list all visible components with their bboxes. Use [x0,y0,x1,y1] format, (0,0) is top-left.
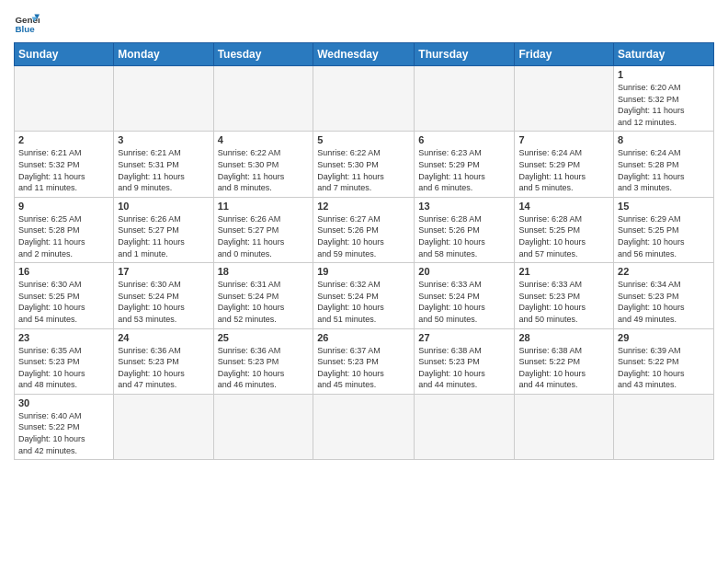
day-info: Sunrise: 6:36 AM Sunset: 5:23 PM Dayligh… [118,345,209,391]
day-number: 26 [317,332,410,343]
calendar-day-cell [114,394,213,459]
calendar-day-cell: 1Sunrise: 6:20 AM Sunset: 5:32 PM Daylig… [614,66,714,132]
calendar-day-cell [213,66,313,132]
day-number: 8 [618,134,710,145]
day-info: Sunrise: 6:28 AM Sunset: 5:25 PM Dayligh… [518,213,609,259]
day-number: 12 [317,201,410,212]
calendar-day-cell: 30Sunrise: 6:40 AM Sunset: 5:22 PM Dayli… [15,394,114,459]
day-info: Sunrise: 6:21 AM Sunset: 5:31 PM Dayligh… [118,147,209,193]
weekday-header-sunday: Sunday [15,43,114,66]
calendar-day-cell: 12Sunrise: 6:27 AM Sunset: 5:26 PM Dayli… [313,197,415,262]
day-info: Sunrise: 6:31 AM Sunset: 5:24 PM Dayligh… [218,279,310,325]
calendar-day-cell: 7Sunrise: 6:24 AM Sunset: 5:29 PM Daylig… [515,132,614,197]
calendar-day-cell [515,394,614,459]
day-info: Sunrise: 6:24 AM Sunset: 5:29 PM Dayligh… [518,147,609,193]
day-number: 19 [317,266,410,277]
day-number: 1 [618,69,710,80]
weekday-header-saturday: Saturday [614,43,714,66]
weekday-header-monday: Monday [114,43,213,66]
calendar-day-cell: 13Sunrise: 6:28 AM Sunset: 5:26 PM Dayli… [415,197,515,262]
calendar-day-cell [313,66,415,132]
day-info: Sunrise: 6:35 AM Sunset: 5:23 PM Dayligh… [18,345,109,391]
calendar-day-cell: 6Sunrise: 6:23 AM Sunset: 5:29 PM Daylig… [415,132,515,197]
calendar-day-cell: 17Sunrise: 6:30 AM Sunset: 5:24 PM Dayli… [114,263,213,328]
day-info: Sunrise: 6:37 AM Sunset: 5:23 PM Dayligh… [317,345,410,391]
calendar-day-cell: 27Sunrise: 6:38 AM Sunset: 5:23 PM Dayli… [415,328,515,394]
calendar-day-cell: 22Sunrise: 6:34 AM Sunset: 5:23 PM Dayli… [614,263,714,328]
day-info: Sunrise: 6:29 AM Sunset: 5:25 PM Dayligh… [618,213,710,259]
day-info: Sunrise: 6:26 AM Sunset: 5:27 PM Dayligh… [218,213,310,259]
day-number: 24 [118,332,209,343]
calendar-day-cell [515,66,614,132]
calendar-day-cell [114,66,213,132]
calendar-day-cell: 25Sunrise: 6:36 AM Sunset: 5:23 PM Dayli… [213,328,313,394]
weekday-header-thursday: Thursday [415,43,515,66]
day-number: 2 [18,134,109,145]
day-info: Sunrise: 6:38 AM Sunset: 5:22 PM Dayligh… [518,345,609,391]
svg-text:Blue: Blue [15,24,35,34]
calendar-day-cell: 26Sunrise: 6:37 AM Sunset: 5:23 PM Dayli… [313,328,415,394]
calendar-week-row: 2Sunrise: 6:21 AM Sunset: 5:32 PM Daylig… [15,132,714,197]
day-number: 16 [18,266,109,277]
calendar-week-row: 9Sunrise: 6:25 AM Sunset: 5:28 PM Daylig… [15,197,714,262]
day-info: Sunrise: 6:25 AM Sunset: 5:28 PM Dayligh… [18,213,109,259]
weekday-header-tuesday: Tuesday [213,43,313,66]
day-info: Sunrise: 6:23 AM Sunset: 5:29 PM Dayligh… [418,147,510,193]
calendar-day-cell: 5Sunrise: 6:22 AM Sunset: 5:30 PM Daylig… [313,132,415,197]
day-info: Sunrise: 6:22 AM Sunset: 5:30 PM Dayligh… [317,147,410,193]
calendar-day-cell: 19Sunrise: 6:32 AM Sunset: 5:24 PM Dayli… [313,263,415,328]
day-number: 10 [118,201,209,212]
day-number: 11 [218,201,310,212]
calendar-day-cell: 2Sunrise: 6:21 AM Sunset: 5:32 PM Daylig… [15,132,114,197]
day-info: Sunrise: 6:40 AM Sunset: 5:22 PM Dayligh… [18,410,109,456]
calendar-day-cell: 24Sunrise: 6:36 AM Sunset: 5:23 PM Dayli… [114,328,213,394]
day-info: Sunrise: 6:28 AM Sunset: 5:26 PM Dayligh… [418,213,510,259]
calendar-day-cell: 16Sunrise: 6:30 AM Sunset: 5:25 PM Dayli… [15,263,114,328]
calendar-day-cell: 10Sunrise: 6:26 AM Sunset: 5:27 PM Dayli… [114,197,213,262]
day-info: Sunrise: 6:24 AM Sunset: 5:28 PM Dayligh… [618,147,710,193]
calendar-week-row: 1Sunrise: 6:20 AM Sunset: 5:32 PM Daylig… [15,66,714,132]
day-info: Sunrise: 6:30 AM Sunset: 5:25 PM Dayligh… [18,279,109,325]
day-number: 18 [218,266,310,277]
calendar-week-row: 16Sunrise: 6:30 AM Sunset: 5:25 PM Dayli… [15,263,714,328]
day-number: 28 [518,332,609,343]
day-info: Sunrise: 6:20 AM Sunset: 5:32 PM Dayligh… [618,82,710,128]
day-info: Sunrise: 6:26 AM Sunset: 5:27 PM Dayligh… [118,213,209,259]
day-number: 21 [518,266,609,277]
calendar-day-cell [213,394,313,459]
weekday-header-wednesday: Wednesday [313,43,415,66]
day-info: Sunrise: 6:27 AM Sunset: 5:26 PM Dayligh… [317,213,410,259]
calendar-day-cell: 28Sunrise: 6:38 AM Sunset: 5:22 PM Dayli… [515,328,614,394]
calendar-day-cell: 8Sunrise: 6:24 AM Sunset: 5:28 PM Daylig… [614,132,714,197]
day-number: 23 [18,332,109,343]
calendar-day-cell: 14Sunrise: 6:28 AM Sunset: 5:25 PM Dayli… [515,197,614,262]
day-number: 20 [418,266,510,277]
day-number: 5 [317,134,410,145]
day-number: 29 [618,332,710,343]
day-number: 7 [518,134,609,145]
day-number: 3 [118,134,209,145]
day-info: Sunrise: 6:32 AM Sunset: 5:24 PM Dayligh… [317,279,410,325]
calendar-day-cell: 9Sunrise: 6:25 AM Sunset: 5:28 PM Daylig… [15,197,114,262]
day-number: 6 [418,134,510,145]
calendar-day-cell [415,394,515,459]
day-info: Sunrise: 6:33 AM Sunset: 5:24 PM Dayligh… [418,279,510,325]
calendar-day-cell: 29Sunrise: 6:39 AM Sunset: 5:22 PM Dayli… [614,328,714,394]
day-info: Sunrise: 6:34 AM Sunset: 5:23 PM Dayligh… [618,279,710,325]
day-number: 14 [518,201,609,212]
calendar-day-cell: 4Sunrise: 6:22 AM Sunset: 5:30 PM Daylig… [213,132,313,197]
calendar-day-cell: 18Sunrise: 6:31 AM Sunset: 5:24 PM Dayli… [213,263,313,328]
day-number: 15 [618,201,710,212]
day-number: 17 [118,266,209,277]
day-info: Sunrise: 6:33 AM Sunset: 5:23 PM Dayligh… [518,279,609,325]
day-number: 25 [218,332,310,343]
day-number: 13 [418,201,510,212]
day-number: 4 [218,134,310,145]
day-info: Sunrise: 6:30 AM Sunset: 5:24 PM Dayligh… [118,279,209,325]
calendar-week-row: 30Sunrise: 6:40 AM Sunset: 5:22 PM Dayli… [15,394,714,459]
calendar-day-cell: 11Sunrise: 6:26 AM Sunset: 5:27 PM Dayli… [213,197,313,262]
day-number: 22 [618,266,710,277]
day-number: 9 [18,201,109,212]
calendar-day-cell [15,66,114,132]
day-info: Sunrise: 6:38 AM Sunset: 5:23 PM Dayligh… [418,345,510,391]
